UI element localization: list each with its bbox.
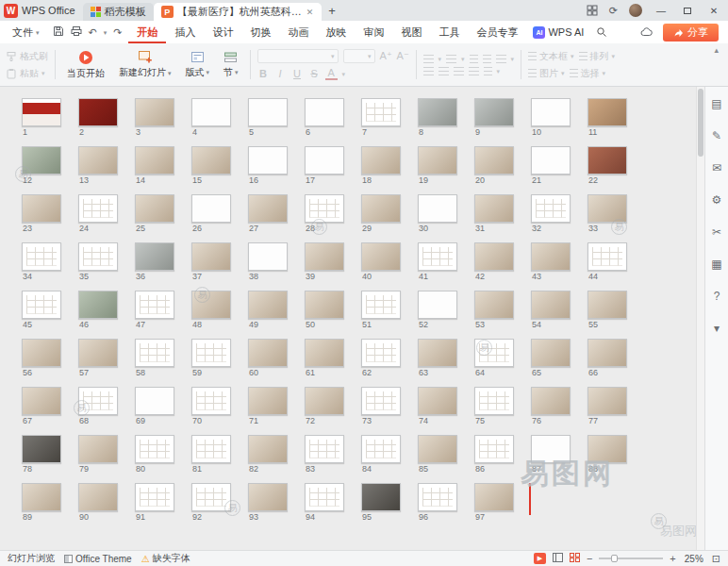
slide-thumbnail-58[interactable]	[135, 339, 174, 367]
strikethrough-button[interactable]: S	[308, 68, 321, 79]
slide-thumbnail-78[interactable]	[22, 435, 61, 463]
file-menu-button[interactable]: 文件▾	[6, 25, 46, 40]
slide-thumbnail-55[interactable]	[587, 291, 627, 319]
slide-thumbnail-27[interactable]	[248, 194, 288, 223]
missing-font-warning[interactable]: ⚠ 缺失字体	[141, 552, 190, 565]
slide-thumbnail-2[interactable]	[78, 98, 118, 126]
tab-insert[interactable]: 插入	[166, 21, 204, 43]
tab-review[interactable]: 审阅	[355, 21, 392, 43]
tab-design[interactable]: 设计	[204, 21, 241, 43]
zoom-level[interactable]: 25%	[683, 554, 705, 564]
slide-thumbnail-24[interactable]	[78, 194, 118, 223]
layout-button[interactable]: 版式▾	[181, 50, 215, 80]
slide-thumbnail-87[interactable]	[531, 435, 571, 463]
slide-thumbnail-96[interactable]	[418, 483, 457, 511]
slide-thumbnail-65[interactable]	[531, 339, 571, 367]
slide-thumbnail-46[interactable]	[78, 291, 118, 319]
slide-thumbnail-39[interactable]	[305, 242, 344, 271]
slide-thumbnail-82[interactable]	[248, 435, 288, 463]
slide-thumbnail-34[interactable]	[22, 242, 61, 271]
slide-thumbnail-43[interactable]	[531, 242, 571, 271]
slide-thumbnail-28[interactable]	[305, 194, 344, 223]
align-right-icon[interactable]	[454, 67, 464, 75]
slide-thumbnail-63[interactable]	[418, 339, 457, 367]
text-direction-icon[interactable]	[484, 67, 492, 75]
slide-thumbnail-42[interactable]	[474, 242, 514, 271]
slide-thumbnail-32[interactable]	[531, 194, 571, 223]
tab-animation[interactable]: 动画	[279, 21, 317, 43]
wps-ai-button[interactable]: AI WPS AI	[526, 26, 590, 39]
slide-sorter-view-icon[interactable]	[570, 553, 580, 564]
slide-thumbnail-71[interactable]	[248, 387, 288, 415]
slide-thumbnail-50[interactable]	[305, 291, 344, 319]
decrease-font-button[interactable]: A⁻	[397, 50, 409, 62]
slide-thumbnail-18[interactable]	[361, 146, 401, 175]
close-window-button[interactable]: ✕	[702, 0, 726, 21]
zoom-slider-thumb[interactable]	[611, 555, 618, 562]
slide-thumbnail-51[interactable]	[361, 291, 401, 319]
slide-thumbnail-25[interactable]	[135, 194, 174, 223]
slide-thumbnail-67[interactable]	[22, 387, 61, 415]
undo-icon[interactable]: ↶	[89, 26, 97, 39]
scrollbar-thumb[interactable]	[698, 89, 703, 157]
slide-thumbnail-57[interactable]	[78, 339, 118, 367]
share-button[interactable]: 分享	[663, 24, 719, 42]
slide-thumbnail-13[interactable]	[78, 146, 118, 175]
numbered-list-icon[interactable]	[446, 55, 456, 63]
slide-thumbnail-49[interactable]	[248, 291, 288, 319]
slide-thumbnail-64[interactable]	[474, 339, 514, 367]
line-spacing-icon[interactable]	[496, 55, 506, 63]
slide-thumbnail-8[interactable]	[418, 98, 457, 126]
slide-sorter-canvas[interactable]: 1234567891011121314151617181920212223242…	[0, 87, 704, 550]
slide-thumbnail-48[interactable]	[191, 291, 231, 319]
slide-thumbnail-66[interactable]	[587, 339, 627, 367]
vertical-scrollbar[interactable]	[696, 87, 704, 550]
slide-thumbnail-83[interactable]	[305, 435, 344, 463]
theme-indicator[interactable]: Office Theme	[64, 554, 132, 564]
slide-thumbnail-7[interactable]	[361, 98, 401, 126]
slide-thumbnail-76[interactable]	[531, 387, 571, 415]
slide-thumbnail-16[interactable]	[248, 146, 288, 175]
tab-tools[interactable]: 工具	[430, 21, 468, 43]
new-tab-button[interactable]: +	[322, 4, 342, 18]
slide-thumbnail-85[interactable]	[418, 435, 457, 463]
slide-thumbnail-88[interactable]	[587, 435, 627, 463]
slide-thumbnail-44[interactable]	[587, 242, 627, 271]
slide-thumbnail-86[interactable]	[474, 435, 514, 463]
user-avatar[interactable]	[629, 4, 642, 17]
slide-thumbnail-91[interactable]	[135, 483, 174, 511]
arrange-button[interactable]: 排列▾	[579, 50, 616, 63]
slide-thumbnail-89[interactable]	[22, 483, 61, 511]
slide-thumbnail-62[interactable]	[361, 339, 401, 367]
slide-thumbnail-72[interactable]	[305, 387, 344, 415]
slide-thumbnail-37[interactable]	[191, 242, 231, 271]
font-size-select[interactable]: ▾	[343, 49, 375, 63]
slide-thumbnail-6[interactable]	[305, 98, 344, 126]
slide-thumbnail-38[interactable]	[248, 242, 288, 271]
font-color-button[interactable]: A	[325, 67, 338, 80]
slide-thumbnail-97[interactable]	[474, 483, 514, 511]
slide-thumbnail-45[interactable]	[22, 291, 61, 319]
play-from-current-button[interactable]: 当页开始	[62, 49, 109, 81]
slide-thumbnail-3[interactable]	[135, 98, 174, 126]
expand-icon[interactable]: ▾	[714, 323, 720, 334]
bold-button[interactable]: B	[257, 68, 270, 79]
new-slide-button[interactable]: 新建幻灯片▾	[114, 49, 176, 80]
slide-thumbnail-54[interactable]	[531, 291, 571, 319]
slide-thumbnail-4[interactable]	[191, 98, 231, 126]
slide-thumbnail-75[interactable]	[474, 387, 514, 415]
panel-icon[interactable]: ▤	[711, 98, 721, 109]
slide-thumbnail-10[interactable]	[531, 98, 571, 126]
slide-thumbnail-60[interactable]	[248, 339, 288, 367]
tab-slideshow[interactable]: 放映	[317, 21, 355, 43]
slide-thumbnail-92[interactable]	[191, 483, 231, 511]
slide-thumbnail-93[interactable]	[248, 483, 288, 511]
slide-thumbnail-56[interactable]	[22, 339, 61, 367]
slide-thumbnail-95[interactable]	[361, 483, 401, 511]
wps-logo[interactable]: W	[4, 4, 18, 18]
slide-thumbnail-1[interactable]	[22, 98, 61, 126]
outdent-icon[interactable]	[470, 55, 478, 63]
tab-view[interactable]: 视图	[392, 21, 430, 43]
print-icon[interactable]	[71, 25, 82, 39]
tab-transition[interactable]: 切换	[241, 21, 279, 43]
